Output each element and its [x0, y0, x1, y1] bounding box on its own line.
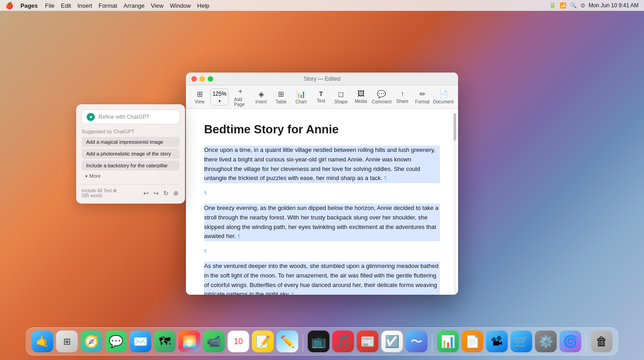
dock-item-music[interactable]: 🎵 — [332, 331, 354, 352]
dock-item-finder[interactable]: 🤙 — [32, 331, 54, 352]
dock-item-freeform[interactable]: ✏️ — [277, 331, 298, 352]
dock-item-news[interactable]: 📰 — [357, 331, 379, 352]
undo-button[interactable]: ↩ — [142, 189, 150, 198]
text-icon: T — [319, 90, 323, 97]
wifi-icon: 📶 — [560, 2, 566, 9]
freeform2-icon: 〜 — [411, 334, 423, 350]
menu-edit[interactable]: Edit — [61, 2, 71, 9]
calendar-icon: 10 — [234, 337, 243, 346]
toolbar-insert[interactable]: ◈ Insert — [252, 88, 270, 106]
dock-item-appletv[interactable]: 📺 — [308, 331, 330, 352]
toolbar: ⊞ View 125% ▾ ＋ Add Page ◈ Insert ⊞ Tabl… — [186, 85, 458, 109]
dock-separator-2 — [432, 334, 433, 352]
suggestion-btn-3[interactable]: Include a backstory for the caterpillar — [82, 161, 180, 170]
freeform-icon: ✏️ — [280, 335, 295, 349]
toolbar-view[interactable]: ⊞ View — [190, 88, 209, 106]
dock-item-numbers[interactable]: 📊 — [437, 331, 459, 352]
view-icon: ⊞ — [197, 90, 203, 98]
toolbar-table[interactable]: ⊞ Table — [272, 88, 290, 106]
redo-button[interactable]: ↪ — [152, 189, 160, 198]
toolbar-addpage[interactable]: ＋ Add Page — [230, 85, 250, 109]
control-center-icon[interactable]: ⊙ — [581, 2, 585, 9]
toolbar-comment[interactable]: 💬 Comment — [372, 88, 391, 106]
paragraph-text-3: As she ventured deeper into the woods, s… — [204, 263, 439, 295]
screensaver-icon: 🌀 — [563, 335, 578, 349]
menu-view[interactable]: View — [151, 2, 164, 9]
dock-item-launchpad[interactable]: ⊞ — [56, 331, 78, 352]
dock-item-facetime[interactable]: 📹 — [203, 331, 225, 352]
suggestion-btn-2[interactable]: Add a photorealistic image of the story — [82, 149, 180, 159]
close-button[interactable] — [191, 76, 197, 82]
toolbar-format[interactable]: ✏ Format — [413, 88, 431, 106]
chatgpt-placeholder[interactable]: Refine with ChatGPT — [98, 114, 175, 120]
dock-item-syspref[interactable]: ⚙️ — [535, 331, 557, 352]
toolbar-zoom[interactable]: 125% ▾ — [210, 88, 229, 106]
facetime-icon: 📹 — [207, 335, 221, 349]
toolbar-document[interactable]: 📄 Document — [433, 88, 454, 106]
safari-icon: 🧭 — [84, 335, 99, 349]
toolbar-share[interactable]: ↑ Share — [393, 88, 411, 106]
notes-icon: 📝 — [256, 335, 270, 349]
dock-item-photos[interactable]: 🌅 — [179, 331, 200, 352]
chart-icon: 📊 — [297, 90, 306, 98]
menu-insert[interactable]: Insert — [78, 2, 93, 9]
dock-item-calendar[interactable]: 10 — [228, 331, 249, 352]
trash-icon: 🗑 — [596, 335, 608, 349]
dock-item-appstore[interactable]: 🛒 — [511, 331, 532, 352]
doc-paragraph-3: As she ventured deeper into the woods, s… — [204, 262, 440, 295]
dock-item-freeform2[interactable]: 〜 — [406, 331, 428, 352]
search-icon[interactable]: 🔍 — [570, 2, 577, 9]
dock-item-mail[interactable]: ✉️ — [130, 331, 151, 352]
suggestion-btn-1[interactable]: Add a magical impressionist image — [82, 137, 180, 147]
menu-format[interactable]: Format — [98, 2, 117, 9]
battery-icon: 🔋 — [549, 2, 556, 9]
addpage-icon: ＋ — [237, 87, 244, 96]
toolbar-text[interactable]: T Text — [312, 88, 330, 105]
chevron-down-icon: ▾ — [219, 99, 221, 103]
toolbar-media[interactable]: 🖼 Media — [352, 88, 370, 106]
menu-bar-left: 🍎 Pages File Edit Insert Format Arrange … — [5, 2, 210, 9]
dock-item-maps[interactable]: 🗺 — [154, 331, 176, 352]
dock-item-keynote[interactable]: 📽 — [486, 331, 508, 352]
maximize-button[interactable] — [208, 76, 213, 82]
menu-help[interactable]: Help — [197, 2, 210, 9]
dock-item-notes[interactable]: 📝 — [252, 331, 274, 352]
minimize-button[interactable] — [200, 76, 205, 82]
menu-bar-right: 🔋 📶 🔍 ⊙ Mon Jun 10 9:41 AM — [549, 2, 639, 9]
table-icon: ⊞ — [278, 90, 284, 98]
document-content[interactable]: Bedtime Story for Annie Once upon a time… — [186, 109, 458, 295]
word-count: 585 words — [82, 193, 117, 198]
menu-bar: 🍎 Pages File Edit Insert Format Arrange … — [0, 0, 644, 11]
toolbar-chart[interactable]: 📊 Chart — [292, 88, 310, 106]
menu-app-name[interactable]: Pages — [20, 2, 38, 9]
zoom-value: 125% — [213, 91, 227, 97]
apply-button[interactable]: ⊕ — [172, 189, 180, 198]
dock-item-pages[interactable]: 📄 — [462, 331, 483, 352]
chatgpt-input-row[interactable]: ✦ Refine with ChatGPT — [82, 110, 180, 124]
reminders-icon: ☑️ — [385, 335, 400, 349]
scrollbar[interactable] — [454, 109, 457, 294]
more-button[interactable]: ▾ More — [82, 172, 104, 180]
finder-icon: 🤙 — [36, 335, 49, 348]
doc-paragraph-1: Once upon a time, in a quaint little vil… — [204, 146, 440, 183]
apple-menu[interactable]: 🍎 — [5, 2, 13, 9]
menu-window[interactable]: Window — [170, 2, 191, 9]
pilcrow-solo-2: ¶ — [204, 247, 440, 256]
menu-arrange[interactable]: Arrange — [123, 2, 144, 9]
toolbar-shape[interactable]: ◻ Shape — [332, 88, 350, 106]
pilcrow-1: ¶ — [384, 175, 387, 181]
datetime-display: Mon Jun 10 9:41 AM — [589, 2, 639, 9]
refresh-button[interactable]: ↻ — [162, 189, 170, 198]
chatgpt-panel: ✦ Refine with ChatGPT Suggested by ChatG… — [76, 104, 185, 204]
dock-item-reminders[interactable]: ☑️ — [381, 331, 403, 352]
menu-file[interactable]: File — [45, 2, 54, 9]
dock-item-screensaver[interactable]: 🌀 — [560, 331, 581, 352]
appstore-icon: 🛒 — [514, 335, 529, 349]
dock-item-messages[interactable]: 💬 — [105, 331, 127, 352]
dock-item-trash[interactable]: 🗑 — [591, 331, 613, 352]
mail-icon: ✉️ — [133, 335, 148, 349]
scrollbar-thumb[interactable] — [454, 113, 456, 141]
chatgpt-logo-icon: ✦ — [87, 113, 95, 121]
media-icon: 🖼 — [357, 90, 365, 98]
dock-item-safari[interactable]: 🧭 — [81, 331, 102, 352]
